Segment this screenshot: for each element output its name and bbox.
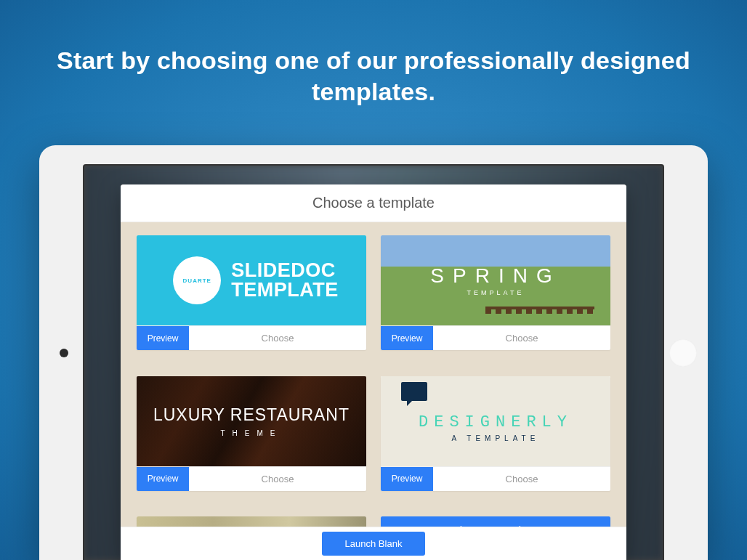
template-thumbnail[interactable]: DESIGNERLY A TEMPLATE: [381, 376, 610, 466]
speech-bubble-icon: [401, 382, 427, 401]
template-card-spring: SPRING TEMPLATE Preview Choose: [381, 235, 610, 350]
choose-button[interactable]: Choose: [189, 467, 366, 491]
template-chooser-modal: Choose a template DUARTE SLIDEDOC TEMPLA…: [121, 184, 626, 560]
template-title: DESIGNERLY: [419, 413, 573, 431]
launch-blank-button[interactable]: Launch Blank: [322, 532, 426, 556]
modal-footer: Launch Blank: [121, 527, 626, 560]
choose-button[interactable]: Choose: [189, 326, 366, 350]
template-subtitle: TEMPLATE: [430, 289, 560, 296]
modal-title: Choose a template: [121, 184, 626, 222]
duarte-badge-icon: DUARTE: [173, 256, 221, 304]
choose-button[interactable]: Choose: [433, 467, 610, 491]
preview-button[interactable]: Preview: [137, 326, 189, 350]
template-card-slidedoc: DUARTE SLIDEDOC TEMPLATE Preview Choose: [137, 235, 366, 350]
template-subtitle: THEME: [153, 429, 350, 437]
preview-button[interactable]: Preview: [137, 467, 189, 491]
template-grid: DUARTE SLIDEDOC TEMPLATE Preview Choose: [121, 222, 626, 560]
template-title: SLIDEDOC TEMPLATE: [231, 261, 339, 300]
template-title-line1: SLIDEDOC: [231, 261, 339, 280]
template-title: LUXURY RESTAURANT: [153, 405, 350, 425]
template-title-line2: TEMPLATE: [231, 280, 339, 300]
tablet-screen: Choose a template DUARTE SLIDEDOC TEMPLA…: [83, 164, 664, 560]
promo-headline: Start by choosing one of our professiona…: [0, 0, 747, 107]
template-title: SPRING: [430, 264, 560, 288]
home-button-icon: [669, 339, 697, 367]
choose-button[interactable]: Choose: [433, 326, 610, 350]
preview-button[interactable]: Preview: [381, 326, 433, 350]
preview-button[interactable]: Preview: [381, 467, 433, 491]
template-thumbnail[interactable]: SPRING TEMPLATE: [381, 235, 610, 325]
tablet-frame: Choose a template DUARTE SLIDEDOC TEMPLA…: [39, 145, 708, 560]
template-thumbnail[interactable]: DUARTE SLIDEDOC TEMPLATE: [137, 235, 366, 325]
template-card-designerly: DESIGNERLY A TEMPLATE Preview Choose: [381, 376, 610, 491]
template-subtitle: A TEMPLATE: [419, 434, 573, 442]
template-card-luxury-restaurant: LUXURY RESTAURANT THEME Preview Choose: [137, 376, 366, 491]
template-thumbnail[interactable]: LUXURY RESTAURANT THEME: [137, 376, 366, 466]
camera-dot: [60, 349, 68, 357]
